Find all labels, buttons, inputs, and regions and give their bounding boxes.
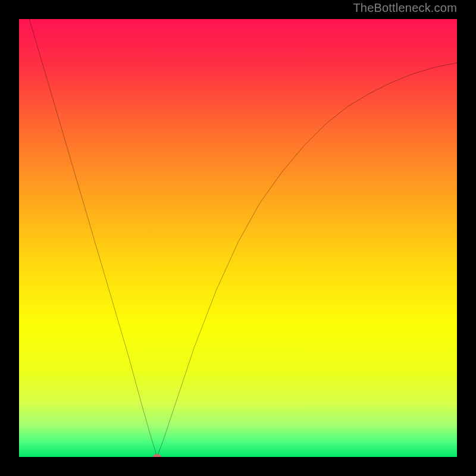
bottleneck-curve bbox=[19, 19, 457, 457]
minimum-marker bbox=[153, 454, 161, 457]
plot-area bbox=[19, 19, 457, 457]
chart-frame: TheBottleneck.com bbox=[0, 0, 476, 476]
watermark-text: TheBottleneck.com bbox=[353, 1, 457, 15]
